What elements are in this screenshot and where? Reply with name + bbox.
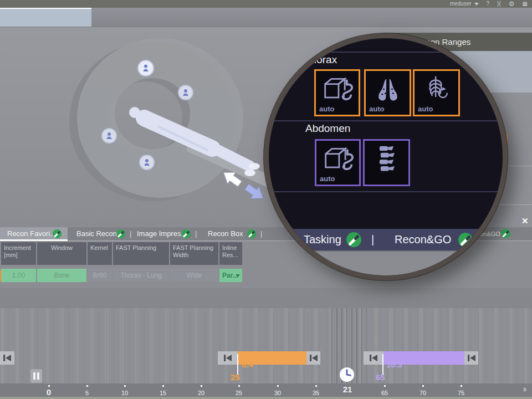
handle-arrow-icon <box>466 354 477 362</box>
magnifier-loupe: Thorax auto <box>264 33 508 280</box>
tab-tasking-label[interactable]: Tasking <box>304 229 341 250</box>
tab-basic-recon-label[interactable]: Basic Recon <box>76 227 117 241</box>
handle-arrow-icon <box>308 354 319 362</box>
cell-fast-planning: Thorax - Lung <box>113 269 169 282</box>
column-header-inline-results: Inline Res... <box>219 242 242 265</box>
magnified-tabbar: Tasking | Recon&GO <box>269 229 503 250</box>
pause-button[interactable] <box>30 369 42 383</box>
auto-label: auto <box>320 175 335 183</box>
column-header-window: Window <box>37 242 86 265</box>
cell-inline-results-dropdown[interactable]: Par... <box>219 269 242 282</box>
timeline-left-edge-handle[interactable] <box>0 351 14 365</box>
orange-range-end-handle[interactable] <box>306 351 320 365</box>
auto-label: auto <box>418 105 433 113</box>
recon-range-button-ribcage-auto[interactable]: auto <box>413 69 460 116</box>
edit-pencil-icon[interactable] <box>501 229 510 238</box>
ruler-tick: 70 <box>416 383 430 397</box>
handle-arrow-icon <box>222 354 233 362</box>
column-header-kernel: Kernel <box>88 242 112 265</box>
edit-pencil-icon[interactable] <box>182 229 191 238</box>
recon-range-button-lungs-auto[interactable]: auto <box>364 69 411 116</box>
handle-arrow-icon <box>368 354 379 362</box>
user-menu-caret-icon <box>474 3 479 6</box>
patient-tab-strip: 33) 122333333 <box>0 8 532 27</box>
section-divider <box>269 191 503 192</box>
pause-bar-icon <box>37 372 39 380</box>
ruler-tick: 75 <box>454 383 468 397</box>
session-icon[interactable]: )( <box>497 0 501 8</box>
auto-label: auto <box>319 105 334 113</box>
timeline-spacer <box>0 288 532 308</box>
lungs-icon <box>371 74 405 105</box>
help-icon[interactable]: ? <box>487 0 490 8</box>
tab-image-impression-label[interactable]: Image Impres... <box>137 227 187 241</box>
orange-range-duration: 8.4 <box>242 360 253 369</box>
close-icon[interactable]: ✕ <box>521 216 529 226</box>
tab-separator: | <box>371 229 374 250</box>
ruler-tick: 10 <box>117 383 132 397</box>
edit-pencil-icon[interactable] <box>346 232 361 247</box>
tab-recon-favorites-label[interactable]: Recon Favori... <box>7 227 56 241</box>
cube-organ-icon <box>322 144 355 175</box>
tab-recon-go-label[interactable]: Recon&GO <box>395 229 451 250</box>
ruler-tick: 35 <box>309 383 323 397</box>
purple-range-duration: 10.3 <box>386 360 402 369</box>
recon-range-button-spine[interactable] <box>363 139 410 186</box>
layout-icon[interactable]: ▦ <box>523 0 528 8</box>
cube-organ-icon <box>321 74 355 105</box>
cell-increment[interactable]: 1.00 <box>1 269 36 282</box>
ruler-unit: s <box>518 383 532 395</box>
user-menu[interactable]: meduser <box>450 0 479 8</box>
spine-icon <box>370 144 403 175</box>
magnified-table-area <box>269 250 503 277</box>
cell-fast-planning-width: Wide <box>170 269 218 282</box>
section-title-abdomen: Abdomen <box>305 122 350 135</box>
bottom-edge <box>0 397 532 399</box>
tab-recon-box-label[interactable]: Recon Box <box>208 227 243 241</box>
cell-kernel: Br60 <box>88 269 112 282</box>
ruler-tick: 20 <box>194 383 208 397</box>
auto-label: auto <box>369 105 384 113</box>
dropdown-caret-icon <box>236 274 240 277</box>
application-window: meduser ? )( ⚙ ▦ 33) 122333333 <box>0 0 532 399</box>
column-header-fast-planning-width: FAST Planning Width <box>170 242 218 265</box>
scan-timeline: 8.4 25 10.3 65 0 5 10 15 20 25 <box>0 308 532 383</box>
recon-range-button-thorax-abdomen-auto[interactable]: auto <box>314 69 360 116</box>
timeline-stripes <box>0 308 532 383</box>
ruler-tick: 30 <box>270 383 285 397</box>
purple-range-start-handle[interactable] <box>364 351 383 365</box>
orange-range-start-value: 25 <box>231 372 240 382</box>
titlebar: meduser ? )( ⚙ ▦ <box>0 0 532 8</box>
purple-range-end-handle[interactable] <box>464 351 478 365</box>
tab-separator: | <box>260 227 262 241</box>
ruler-tick: 25 <box>232 383 246 397</box>
tab-separator: | <box>130 227 131 241</box>
ruler-tick: 65 <box>377 383 392 397</box>
section-divider <box>269 120 503 121</box>
patient-tab[interactable]: 33) 122333333 <box>0 8 91 27</box>
purple-range-start-value: 65 <box>376 372 385 382</box>
wait-clock-icon <box>339 367 355 382</box>
ruler-tick: 5 <box>80 383 94 397</box>
cell-window[interactable]: Bone <box>37 269 86 282</box>
edit-pencil-icon[interactable] <box>53 229 62 238</box>
ruler-gap-label: 21 <box>340 383 355 396</box>
edit-pencil-icon[interactable] <box>458 233 473 247</box>
column-header-fast-planning: FAST Planning <box>113 242 169 265</box>
user-name: meduser <box>450 0 472 8</box>
handle-arrow-icon <box>2 354 13 362</box>
settings-gear-icon[interactable]: ⚙ <box>509 0 515 8</box>
tab-separator: | <box>195 227 197 241</box>
recon-range-button-abdomen-auto[interactable]: auto <box>315 139 361 186</box>
edit-pencil-icon[interactable] <box>116 229 125 238</box>
time-ruler: 0 5 10 15 20 25 30 35 21 65 70 75 s <box>0 383 532 397</box>
ruler-tick: 15 <box>156 383 170 397</box>
ct-scanner-illustration <box>47 29 274 212</box>
ruler-tick: 0 <box>42 383 56 397</box>
orange-range-start-handle[interactable] <box>218 351 238 365</box>
column-header-increment: Increment [mm] <box>1 242 36 265</box>
edit-pencil-icon[interactable] <box>247 229 256 238</box>
ribcage-icon <box>420 74 453 105</box>
pause-bar-icon <box>33 372 35 380</box>
